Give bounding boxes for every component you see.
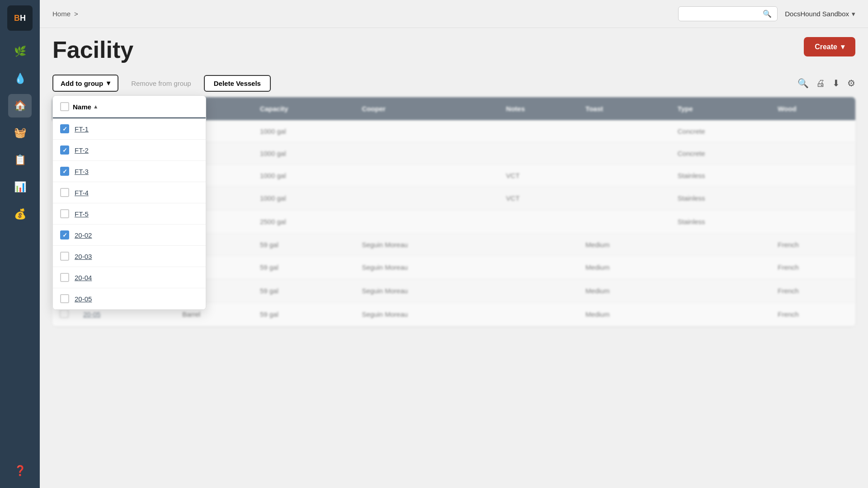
row-capacity: 59 gal <box>253 303 354 326</box>
dropdown-row-checkbox[interactable]: ✓ <box>60 230 69 239</box>
create-button[interactable]: Create ▾ <box>804 37 855 56</box>
sidebar-item-task[interactable]: 📋 <box>8 148 32 172</box>
sidebar-item-home[interactable]: 🏠 <box>8 94 32 117</box>
row-type2 <box>670 279 771 303</box>
row-notes: VCT <box>499 187 578 210</box>
dropdown-row-link[interactable]: 20-03 <box>75 253 92 260</box>
row-capacity: 2500 gal <box>253 210 354 234</box>
page-title: Facility <box>52 37 133 63</box>
dropdown-row-link[interactable]: FT-2 <box>75 146 89 154</box>
sidebar: BH 🌿 💧 🏠 🧺 📋 📊 💰 ❓ <box>0 0 40 488</box>
row-capacity: 1000 gal <box>253 142 354 164</box>
row-toast: Medium <box>578 303 670 326</box>
add-to-group-chevron: ▾ <box>107 79 110 87</box>
dropdown-row-checkbox[interactable] <box>60 188 69 197</box>
sidebar-item-droplet[interactable]: 💧 <box>8 67 32 90</box>
row-wood: French <box>770 303 855 326</box>
col-notes[interactable]: Notes <box>499 97 578 120</box>
row-toast: Medium <box>578 279 670 303</box>
dropdown-list-item[interactable]: ✓ FT-1 <box>53 118 206 140</box>
dropdown-list-item[interactable]: ✓ FT-2 <box>53 140 206 161</box>
topbar-right: 🔍 DocsHound Sandbox ▾ <box>678 6 855 21</box>
topbar: Home > 🔍 DocsHound Sandbox ▾ <box>40 0 868 28</box>
dropdown-row-link[interactable]: 20-04 <box>75 274 92 282</box>
dropdown-row-link[interactable]: 20-02 <box>75 231 92 239</box>
search-box[interactable]: 🔍 <box>678 6 778 21</box>
dropdown-row-checkbox[interactable] <box>60 209 69 218</box>
dropdown-rows: ✓ FT-1 ✓ FT-2 ✓ FT-3 FT-4 FT-5 ✓ <box>53 118 206 310</box>
sidebar-item-basket[interactable]: 🧺 <box>8 121 32 145</box>
dropdown-row-checkbox[interactable]: ✓ <box>60 167 69 176</box>
remove-from-group-button[interactable]: Remove from group <box>124 76 198 91</box>
sidebar-item-leaf[interactable]: 🌿 <box>8 40 32 63</box>
print-icon[interactable]: 🖨 <box>816 78 825 89</box>
workspace-name: DocsHound Sandbox <box>785 10 849 18</box>
dropdown-row-checkbox[interactable]: ✓ <box>60 145 69 155</box>
dropdown-col-header: Name ▲ <box>73 103 99 111</box>
dropdown-select-all[interactable] <box>60 102 69 111</box>
dropdown-list-item[interactable]: 20-05 <box>53 288 206 310</box>
sidebar-item-money[interactable]: 💰 <box>8 202 32 226</box>
row-capacity: 59 gal <box>253 234 354 256</box>
row-capacity: 59 gal <box>253 279 354 303</box>
breadcrumb-home[interactable]: Home <box>52 10 71 18</box>
row-notes <box>499 256 578 279</box>
workspace-selector[interactable]: DocsHound Sandbox ▾ <box>785 10 855 18</box>
row-cooper <box>354 210 499 234</box>
dropdown-list-item[interactable]: ✓ 20-02 <box>53 225 206 246</box>
row-toast <box>578 210 670 234</box>
row-cooper <box>354 187 499 210</box>
col-type2[interactable]: Type <box>670 97 771 120</box>
row-cooper: Seguin Moreau <box>354 279 499 303</box>
dropdown-list-item[interactable]: FT-4 <box>53 182 206 203</box>
delete-vessels-button[interactable]: Delete Vessels <box>204 75 271 92</box>
dropdown-row-link[interactable]: FT-3 <box>75 168 89 175</box>
row-checkbox[interactable] <box>60 309 69 318</box>
sidebar-item-help[interactable]: ❓ <box>8 459 32 483</box>
row-cooper: Seguin Moreau <box>354 256 499 279</box>
table-search-icon[interactable]: 🔍 <box>797 78 809 89</box>
dropdown-list-item[interactable]: 20-04 <box>53 267 206 288</box>
dropdown-row-checkbox[interactable] <box>60 252 69 261</box>
col-capacity[interactable]: Capacity <box>253 97 354 120</box>
row-notes <box>499 210 578 234</box>
row-wood: French <box>770 279 855 303</box>
dropdown-list-item[interactable]: 20-03 <box>53 246 206 267</box>
row-wood <box>770 210 855 234</box>
dropdown-list-item[interactable]: ✓ FT-3 <box>53 161 206 182</box>
settings-icon[interactable]: ⚙ <box>847 78 855 89</box>
dropdown-row-checkbox[interactable] <box>60 273 69 282</box>
dropdown-row-link[interactable]: FT-1 <box>75 125 89 133</box>
dropdown-row-link[interactable]: FT-4 <box>75 189 89 197</box>
col-wood[interactable]: Wood <box>770 97 855 120</box>
search-input[interactable] <box>684 10 759 18</box>
dropdown-row-checkbox[interactable]: ✓ <box>60 124 69 133</box>
col-cooper[interactable]: Cooper <box>354 97 499 120</box>
download-icon[interactable]: ⬇ <box>832 78 840 89</box>
row-capacity: 1000 gal <box>253 120 354 142</box>
dropdown-row-checkbox[interactable] <box>60 294 69 303</box>
main-content: Home > 🔍 DocsHound Sandbox ▾ Facility Cr… <box>40 0 868 488</box>
col-toast[interactable]: Toast <box>578 97 670 120</box>
row-capacity: 59 gal <box>253 256 354 279</box>
row-link[interactable]: 20-05 <box>83 310 100 318</box>
create-chevron: ▾ <box>841 42 844 51</box>
add-to-group-dropdown: Name ▲ ✓ FT-1 ✓ FT-2 ✓ FT-3 FT-4 <box>52 95 206 310</box>
row-type2: Concrete <box>670 142 771 164</box>
content-area: Add to group ▾ Remove from group Delete … <box>40 69 868 488</box>
row-toast <box>578 187 670 210</box>
row-type2 <box>670 234 771 256</box>
row-notes <box>499 279 578 303</box>
row-notes <box>499 303 578 326</box>
row-capacity: 1000 gal <box>253 164 354 187</box>
row-toast <box>578 164 670 187</box>
search-icon: 🔍 <box>763 9 772 18</box>
dropdown-list-item[interactable]: FT-5 <box>53 203 206 225</box>
dropdown-row-link[interactable]: 20-05 <box>75 295 92 303</box>
page-header: Facility Create ▾ <box>40 28 868 69</box>
sidebar-item-report[interactable]: 📊 <box>8 175 32 199</box>
row-toast: Medium <box>578 256 670 279</box>
add-to-group-button[interactable]: Add to group ▾ <box>52 75 118 92</box>
dropdown-row-link[interactable]: FT-5 <box>75 210 89 218</box>
delete-vessels-label: Delete Vessels <box>214 80 261 87</box>
